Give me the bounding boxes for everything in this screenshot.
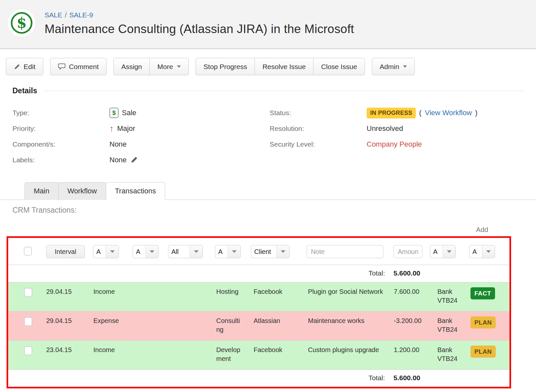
- cell-type: Income: [92, 287, 131, 296]
- total-label: Total:: [305, 374, 392, 382]
- close-issue-label: Close Issue: [321, 63, 357, 71]
- status-badge-fact: FACT: [470, 287, 495, 299]
- status-row: Status: IN PROGRESS (View Workflow): [270, 105, 524, 121]
- comment-button[interactable]: Comment: [50, 58, 106, 75]
- type-filter-value: A: [93, 245, 106, 258]
- cell-account: Bank VTB24: [429, 287, 468, 305]
- account-filter-value: A: [430, 245, 443, 258]
- edit-button[interactable]: Edit: [6, 58, 43, 75]
- status-badge-plan: PLAN: [470, 316, 496, 329]
- priority-row: Priority: ↑ Major: [12, 121, 266, 136]
- total-row-bottom: Total: 5.600.00: [8, 369, 509, 387]
- assign-button-label: Assign: [121, 63, 142, 71]
- status-filter-value: A: [469, 245, 482, 258]
- paren-open: (: [419, 109, 421, 117]
- total-row-top: Total: 5.600.00: [8, 265, 509, 282]
- cell-category: Development: [214, 346, 250, 363]
- details-section: Details Type: $ Sale Priority: ↑ Major C…: [12, 86, 524, 168]
- row-checkbox[interactable]: [24, 346, 32, 355]
- close-issue-button[interactable]: Close Issue: [313, 58, 365, 75]
- breadcrumb-separator: /: [65, 11, 67, 19]
- project-avatar: $: [7, 9, 36, 37]
- status-badge: IN PROGRESS: [367, 108, 416, 118]
- tab-workflow[interactable]: Workflow: [58, 182, 106, 200]
- resolution-row: Resolution: Unresolved: [270, 121, 524, 136]
- pencil-icon: [14, 63, 20, 70]
- cell-type: Income: [92, 346, 131, 354]
- paren-close: ): [475, 109, 477, 117]
- cell-client: Facebook: [250, 287, 305, 296]
- chevron-down-icon: [146, 245, 158, 258]
- security-level-label: Security Level:: [270, 140, 367, 148]
- category-filter-dropdown[interactable]: A: [215, 245, 241, 258]
- priority-label: Priority:: [12, 125, 109, 133]
- amount-filter-input[interactable]: [393, 245, 422, 258]
- chevron-down-icon: [177, 65, 181, 68]
- stop-progress-label: Stop Progress: [203, 63, 247, 71]
- assign-more-group: Assign More: [113, 58, 189, 75]
- chevron-down-icon: [106, 245, 119, 258]
- total-value-bottom: 5.600.00: [392, 374, 429, 382]
- details-left-column: Type: $ Sale Priority: ↑ Major Component…: [12, 105, 266, 168]
- view-workflow-link[interactable]: View Workflow: [425, 109, 472, 117]
- chevron-down-icon: [277, 245, 289, 258]
- stop-progress-button[interactable]: Stop Progress: [196, 58, 255, 75]
- resolve-issue-button[interactable]: Resolve Issue: [255, 58, 314, 75]
- note-filter-input[interactable]: [307, 245, 383, 258]
- tab-transactions[interactable]: Transactions: [106, 182, 165, 200]
- edit-labels-pencil-icon[interactable]: [130, 156, 138, 164]
- tab-main[interactable]: Main: [25, 182, 59, 200]
- select-all-checkbox[interactable]: [24, 247, 32, 256]
- details-heading: Details: [12, 86, 37, 95]
- cell-account: Bank VTB24: [429, 316, 468, 334]
- transaction-row: 29.04.15 Expense Consulting Atlassian Ma…: [8, 311, 509, 340]
- account-filter-dropdown[interactable]: A: [430, 245, 456, 258]
- client-filter-dropdown[interactable]: Client: [251, 245, 290, 258]
- total-label: Total:: [305, 269, 392, 277]
- cell-account: Bank VTB24: [429, 346, 468, 363]
- components-value: None: [109, 140, 266, 149]
- components-row: Component/s: None: [12, 136, 266, 152]
- interval-filter-button[interactable]: Interval: [46, 245, 85, 258]
- page-title: Maintenance Consulting (Atlassian JIRA) …: [45, 22, 354, 36]
- labels-label: Labels:: [12, 156, 109, 164]
- tab-bar: Main Workflow Transactions: [0, 182, 536, 200]
- category-filter-value: A: [215, 245, 228, 258]
- admin-button[interactable]: Admin: [372, 58, 415, 75]
- row-checkbox[interactable]: [24, 288, 32, 297]
- more-button[interactable]: More: [149, 58, 189, 75]
- breadcrumb-issue-link[interactable]: SALE-9: [69, 11, 93, 19]
- assign-button[interactable]: Assign: [113, 58, 150, 75]
- type-label: Type:: [12, 109, 109, 117]
- breadcrumb-project-link[interactable]: SALE: [45, 11, 62, 19]
- cell-category: Consulting: [214, 316, 250, 334]
- filter-dropdown-2[interactable]: A: [133, 245, 159, 258]
- cell-type: Expense: [92, 316, 131, 325]
- chevron-down-icon: [228, 245, 240, 258]
- chevron-down-icon: [443, 245, 455, 258]
- filter-2-value: A: [133, 245, 146, 258]
- breadcrumb: SALE/SALE-9: [45, 11, 354, 19]
- row-checkbox[interactable]: [24, 317, 32, 326]
- sale-type-icon: $: [109, 108, 119, 118]
- transactions-table: Interval A A All A: [7, 236, 511, 388]
- chevron-down-icon: [482, 245, 495, 258]
- issue-header: $ SALE/SALE-9 Maintenance Consulting (At…: [0, 0, 536, 49]
- total-value-top: 5.600.00: [392, 269, 429, 277]
- labels-value: None: [109, 156, 127, 164]
- cell-amount: 1.200.00: [392, 346, 429, 354]
- type-row: Type: $ Sale: [12, 105, 266, 121]
- cell-client: Facebook: [250, 346, 305, 354]
- status-filter-dropdown[interactable]: A: [469, 245, 495, 258]
- labels-row: Labels: None: [12, 152, 266, 168]
- type-filter-dropdown[interactable]: A: [93, 245, 119, 258]
- add-transaction-link[interactable]: Add: [476, 226, 488, 233]
- comment-button-label: Comment: [69, 63, 99, 71]
- filter-dropdown-3[interactable]: All: [168, 245, 203, 258]
- cell-category: Hosting: [214, 287, 250, 296]
- cell-amount: 7.600.00: [392, 287, 429, 296]
- details-right-column: Status: IN PROGRESS (View Workflow) Reso…: [270, 105, 524, 168]
- workflow-actions-group: Stop Progress Resolve Issue Close Issue: [196, 58, 365, 75]
- cell-amount: -3.200.00: [392, 316, 429, 325]
- filter-3-value: All: [168, 245, 190, 258]
